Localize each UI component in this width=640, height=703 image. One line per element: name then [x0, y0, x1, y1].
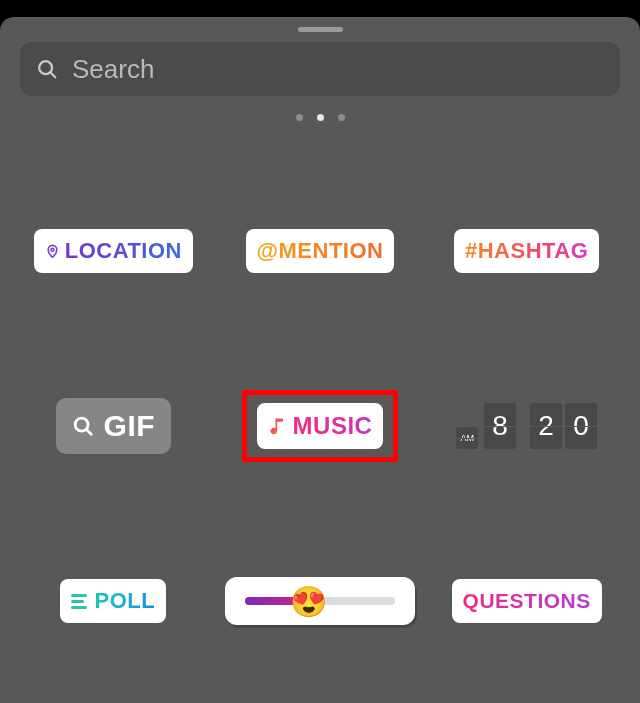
svg-line-1 — [50, 72, 55, 77]
page-dot[interactable] — [296, 114, 303, 121]
sticker-label: #HASHTAG — [465, 238, 588, 264]
svg-line-4 — [86, 429, 91, 434]
sticker-questions[interactable]: QUESTIONS — [452, 579, 602, 623]
sticker-poll[interactable]: POLL — [60, 579, 166, 623]
highlight-box: MUSIC — [242, 390, 399, 462]
sticker-label: @MENTION — [257, 238, 384, 264]
clock-ampm: AM — [456, 427, 478, 449]
page-indicator — [0, 114, 640, 121]
clock-digit: 0 — [565, 403, 597, 449]
search-icon — [72, 415, 94, 437]
sticker-mention[interactable]: @MENTION — [246, 229, 395, 273]
sticker-music[interactable]: MUSIC — [257, 403, 384, 449]
clock-ampm-tile: AM — [456, 427, 478, 449]
page-dot[interactable] — [317, 114, 324, 121]
sticker-sheet: LOCATION @MENTION #HASHTAG GIF — [0, 17, 640, 703]
svg-point-2 — [51, 248, 54, 251]
poll-icon — [71, 594, 87, 609]
search-bar[interactable] — [20, 42, 620, 96]
sticker-label: GIF — [104, 409, 156, 443]
sticker-emoji-slider[interactable]: 😍 — [225, 577, 415, 625]
sticker-hashtag[interactable]: #HASHTAG — [454, 229, 599, 273]
heart-eyes-emoji-icon: 😍 — [290, 584, 327, 619]
location-pin-icon — [45, 241, 60, 261]
sticker-time[interactable]: AM 8 2 0 — [456, 403, 597, 449]
search-icon — [36, 58, 58, 80]
clock-digit: 2 — [530, 403, 562, 449]
sticker-label: MUSIC — [293, 412, 373, 440]
music-note-icon — [268, 415, 288, 437]
sticker-location[interactable]: LOCATION — [34, 229, 193, 273]
search-input[interactable] — [72, 54, 604, 85]
sticker-grid: LOCATION @MENTION #HASHTAG GIF — [0, 171, 640, 681]
page-dot[interactable] — [338, 114, 345, 121]
drag-handle[interactable] — [298, 27, 343, 32]
svg-point-5 — [271, 429, 276, 434]
sticker-gif[interactable]: GIF — [56, 398, 172, 454]
sticker-label: POLL — [94, 588, 155, 614]
clock-digit: 8 — [484, 403, 516, 449]
sticker-label: LOCATION — [65, 238, 182, 264]
sticker-label: QUESTIONS — [463, 589, 591, 613]
